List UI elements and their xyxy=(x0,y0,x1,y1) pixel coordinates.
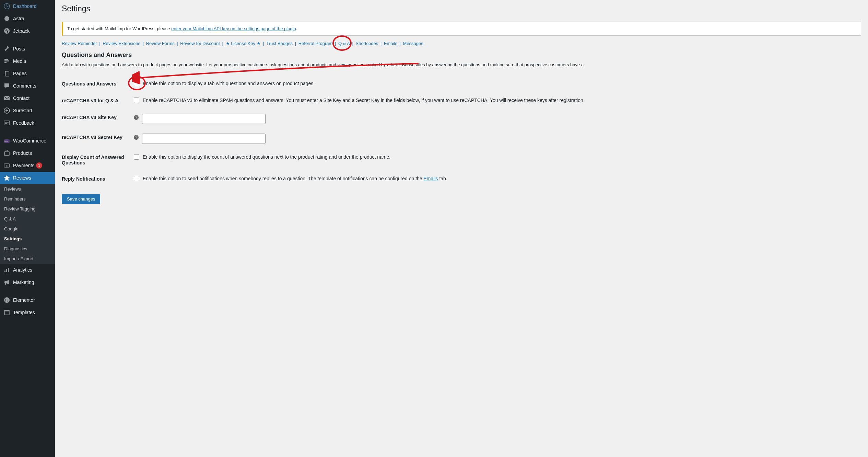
input-recaptcha-secret-key[interactable] xyxy=(142,134,266,144)
pages-icon xyxy=(3,70,10,77)
label-recaptcha-secret-key: reCAPTCHA v3 Secret Key xyxy=(62,134,134,140)
sidebar-item-label: Dashboard xyxy=(13,3,37,9)
svg-rect-13 xyxy=(4,271,5,272)
sidebar-item-contact[interactable]: Contact xyxy=(0,92,55,104)
tab-review-for-discount[interactable]: Review for Discount xyxy=(180,41,220,46)
sidebar-item-feedback[interactable]: Feedback xyxy=(0,117,55,129)
surecart-icon xyxy=(3,107,10,114)
svg-rect-15 xyxy=(8,268,9,272)
checkbox-recaptcha-enable[interactable] xyxy=(134,98,139,103)
svg-text:woo: woo xyxy=(4,140,9,142)
svg-text:$: $ xyxy=(6,164,8,167)
help-icon[interactable]: ? xyxy=(134,135,139,140)
submenu-item-qna[interactable]: Q & A xyxy=(0,214,55,224)
sidebar-item-label: Reviews xyxy=(13,175,31,181)
sidebar-item-label: Marketing xyxy=(13,279,34,285)
sidebar-item-payments[interactable]: $ Payments 1 xyxy=(0,159,55,172)
payments-badge: 1 xyxy=(36,162,42,169)
sidebar-item-templates[interactable]: Templates xyxy=(0,306,55,319)
svg-rect-18 xyxy=(7,299,8,299)
row-display-count: Display Count of Answered Questions Enab… xyxy=(62,149,861,170)
woocommerce-icon: woo xyxy=(3,137,10,144)
main-content: Settings To get started with Mailchimp f… xyxy=(55,0,868,457)
sidebar-item-marketing[interactable]: Marketing xyxy=(0,276,55,288)
checkbox-questions-and-answers[interactable] xyxy=(134,81,139,86)
svg-rect-7 xyxy=(4,121,10,125)
help-icon[interactable]: ? xyxy=(134,115,139,120)
envelope-icon xyxy=(3,95,10,102)
media-icon xyxy=(3,58,10,65)
sidebar-item-astra[interactable]: Astra xyxy=(0,12,55,25)
tab-emails[interactable]: Emails xyxy=(384,41,397,46)
star-icon xyxy=(3,174,10,181)
sidebar-item-elementor[interactable]: Elementor xyxy=(0,294,55,306)
svg-rect-4 xyxy=(5,71,9,76)
sidebar-item-surecart[interactable]: SureCart xyxy=(0,104,55,117)
tab-license-key[interactable]: ★ License Key ★ xyxy=(226,41,261,46)
row-recaptcha-enable: reCAPTCHA v3 for Q & A Enable reCAPTCHA … xyxy=(62,92,861,109)
sidebar-item-pages[interactable]: Pages xyxy=(0,67,55,80)
sidebar-item-comments[interactable]: Comments xyxy=(0,80,55,92)
sidebar-item-label: Contact xyxy=(13,95,30,101)
sidebar-item-woocommerce[interactable]: woo WooCommerce xyxy=(0,135,55,147)
svg-rect-20 xyxy=(7,301,8,301)
tab-messages[interactable]: Messages xyxy=(403,41,423,46)
comments-icon xyxy=(3,82,10,89)
row-questions-and-answers: Questions and Answers Enable this option… xyxy=(62,75,861,92)
tab-trust-badges[interactable]: Trust Badges xyxy=(266,41,293,46)
emails-link[interactable]: Emails xyxy=(424,176,438,181)
notice-link[interactable]: enter your Mailchimp API key on the sett… xyxy=(171,26,296,31)
row-recaptcha-secret-key: reCAPTCHA v3 Secret Key ? xyxy=(62,129,861,149)
desc-reply-notifications: Enable this option to send notifications… xyxy=(143,175,447,182)
sidebar-item-reviews[interactable]: Reviews xyxy=(0,172,55,184)
sidebar-item-products[interactable]: Products xyxy=(0,147,55,159)
sidebar-item-analytics[interactable]: Analytics xyxy=(0,264,55,276)
submenu-item-reviews[interactable]: Reviews xyxy=(0,184,55,194)
tab-qna[interactable]: Q & A xyxy=(338,41,350,46)
tab-review-reminder[interactable]: Review Reminder xyxy=(62,41,97,46)
sidebar-item-jetpack[interactable]: Jetpack xyxy=(0,25,55,37)
submenu-item-diagnostics[interactable]: Diagnostics xyxy=(0,244,55,254)
sidebar-item-label: Astra xyxy=(13,16,24,21)
payments-icon: $ xyxy=(3,162,10,169)
label-recaptcha-site-key: reCAPTCHA v3 Site Key xyxy=(62,114,134,120)
sidebar-item-label: Elementor xyxy=(13,297,35,303)
mailchimp-notice: To get started with Mailchimp for WordPr… xyxy=(62,22,861,36)
submenu-item-import-export[interactable]: Import / Export xyxy=(0,254,55,264)
pin-icon xyxy=(3,45,10,52)
sidebar-item-label: Posts xyxy=(13,46,25,52)
reviews-submenu: Reviews Reminders Review Tagging Q & A G… xyxy=(0,184,55,264)
svg-rect-10 xyxy=(4,152,9,156)
templates-icon xyxy=(3,309,10,316)
sidebar-item-posts[interactable]: Posts xyxy=(0,43,55,55)
tab-shortcodes[interactable]: Shortcodes xyxy=(356,41,378,46)
sidebar-item-label: Comments xyxy=(13,83,36,89)
input-recaptcha-site-key[interactable] xyxy=(142,114,266,124)
submenu-item-reminders[interactable]: Reminders xyxy=(0,194,55,204)
tab-review-extensions[interactable]: Review Extensions xyxy=(103,41,140,46)
astra-icon xyxy=(3,15,10,22)
tab-referral-program[interactable]: Referral Program xyxy=(298,41,333,46)
svg-rect-19 xyxy=(7,300,8,300)
checkbox-reply-notifications[interactable] xyxy=(134,176,139,181)
submenu-item-review-tagging[interactable]: Review Tagging xyxy=(0,204,55,214)
sidebar-item-dashboard[interactable]: Dashboard xyxy=(0,0,55,12)
tab-review-forms[interactable]: Review Forms xyxy=(146,41,175,46)
megaphone-icon xyxy=(3,279,10,286)
submenu-item-settings[interactable]: Settings xyxy=(0,234,55,244)
submenu-item-google[interactable]: Google xyxy=(0,224,55,234)
svg-rect-22 xyxy=(4,310,9,311)
desc-recaptcha-enable: Enable reCAPTCHA v3 to eliminate SPAM qu… xyxy=(143,97,583,104)
svg-rect-14 xyxy=(6,269,7,272)
label-reply-notifications: Reply Notifications xyxy=(62,175,134,182)
jetpack-icon xyxy=(3,27,10,34)
desc-display-count: Enable this option to display the count … xyxy=(143,153,390,161)
sidebar-item-label: Feedback xyxy=(13,120,34,126)
sidebar-item-media[interactable]: Media xyxy=(0,55,55,67)
save-button[interactable]: Save changes xyxy=(62,194,100,204)
feedback-icon xyxy=(3,119,10,126)
sidebar-item-label: Products xyxy=(13,150,32,156)
desc-questions-and-answers: Enable this option to display a tab with… xyxy=(143,80,315,87)
checkbox-display-count[interactable] xyxy=(134,154,139,160)
elementor-icon xyxy=(3,297,10,304)
